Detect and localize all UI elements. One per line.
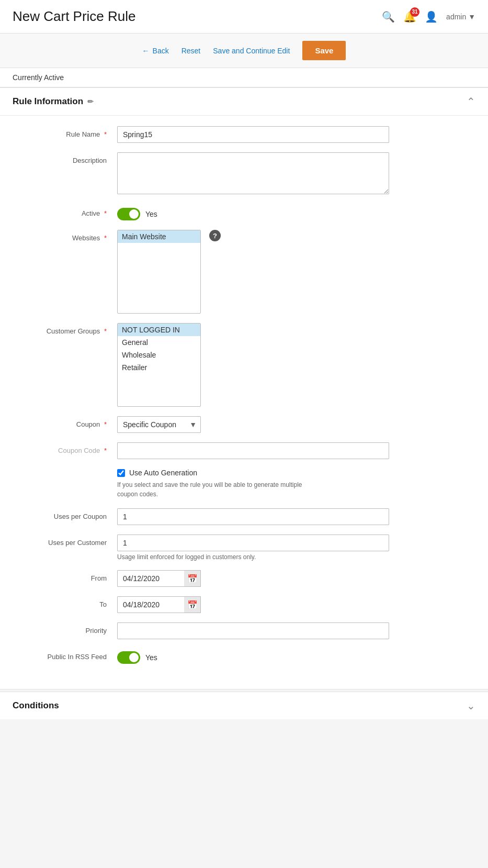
- section-title-rule-info: Rule Information ✏: [13, 96, 94, 107]
- uses-per-customer-label: Uses per Customer: [13, 535, 117, 547]
- description-field: [117, 152, 389, 196]
- group-option-general: General: [118, 336, 200, 349]
- rule-name-label: Rule Name *: [13, 126, 117, 138]
- auto-generation-row: Use Auto Generation If you select and sa…: [0, 469, 488, 499]
- page-header: New Cart Price Rule 🔍 🔔 31 👤 admin ▼: [0, 0, 488, 34]
- search-icon[interactable]: 🔍: [382, 10, 395, 23]
- to-calendar-icon[interactable]: 📅: [184, 596, 201, 613]
- customer-groups-select[interactable]: NOT LOGGED IN General Wholesale Retailer: [117, 323, 201, 407]
- uses-per-customer-input[interactable]: [117, 535, 389, 551]
- websites-required: *: [104, 234, 107, 242]
- notification-badge: 31: [410, 7, 419, 17]
- description-label: Description: [13, 152, 117, 164]
- websites-label: Websites *: [13, 230, 117, 242]
- rule-information-header[interactable]: Rule Information ✏ ⌃: [0, 88, 488, 116]
- priority-input[interactable]: [117, 622, 389, 639]
- description-row: Description: [0, 152, 488, 196]
- rule-information-section: Rule Information ✏ ⌃ Rule Name * Descrip…: [0, 87, 488, 689]
- coupon-code-field: [117, 442, 389, 459]
- save-button[interactable]: Save: [302, 41, 346, 60]
- customer-groups-row: Customer Groups * NOT LOGGED IN General …: [0, 323, 488, 407]
- coupon-row: Coupon * No Coupon Specific Coupon Auto …: [0, 416, 488, 433]
- group-option-retailer: Retailer: [118, 361, 200, 374]
- uses-per-coupon-label: Uses per Coupon: [13, 508, 117, 520]
- header-actions: 🔍 🔔 31 👤 admin ▼: [382, 10, 475, 23]
- public-rss-toggle-slider: [117, 651, 140, 664]
- priority-row: Priority: [0, 622, 488, 639]
- active-toggle-label: Yes: [145, 210, 157, 218]
- from-calendar-icon[interactable]: 📅: [184, 570, 201, 587]
- group-option-not-logged-in: NOT LOGGED IN: [118, 324, 200, 336]
- to-label: To: [13, 596, 117, 608]
- coupon-required: *: [104, 420, 107, 428]
- website-option-main: Main Website: [118, 230, 200, 243]
- active-required: *: [104, 209, 107, 217]
- rule-name-field: [117, 126, 389, 143]
- auto-generation-field: Use Auto Generation If you select and sa…: [117, 469, 389, 499]
- websites-select[interactable]: Main Website: [117, 230, 201, 314]
- user-icon: 👤: [425, 10, 438, 23]
- websites-row: Websites * Main Website ?: [0, 230, 488, 314]
- priority-field: [117, 622, 389, 639]
- coupon-code-input[interactable]: [117, 442, 389, 459]
- customer-groups-label: Customer Groups *: [13, 323, 117, 335]
- active-toggle-wrapper: Yes: [117, 205, 389, 220]
- active-toggle[interactable]: [117, 208, 140, 220]
- auto-generation-hint: If you select and save the rule you will…: [117, 480, 316, 499]
- active-toggle-slider: [117, 208, 140, 220]
- section-collapse-icon[interactable]: ⌃: [467, 95, 475, 108]
- save-continue-button[interactable]: Save and Continue Edit: [213, 47, 290, 55]
- coupon-code-label: Coupon Code *: [13, 442, 117, 454]
- edit-section-icon[interactable]: ✏: [87, 97, 94, 106]
- page-title: New Cart Price Rule: [13, 8, 136, 25]
- auto-generation-checkbox-wrapper: Use Auto Generation: [117, 469, 389, 477]
- active-field: Yes: [117, 205, 389, 220]
- websites-field: Main Website ?: [117, 230, 389, 314]
- conditions-collapse-icon[interactable]: ⌄: [467, 699, 475, 712]
- public-rss-row: Public In RSS Feed Yes: [0, 649, 488, 664]
- from-field: 📅: [117, 570, 389, 587]
- uses-per-customer-field: Usage limit enforced for logged in custo…: [117, 535, 389, 561]
- public-rss-field: Yes: [117, 649, 389, 664]
- auto-generation-spacer: [13, 469, 117, 473]
- conditions-header[interactable]: Conditions ⌄: [0, 692, 488, 719]
- customer-groups-field: NOT LOGGED IN General Wholesale Retailer: [117, 323, 389, 407]
- uses-per-customer-row: Uses per Customer Usage limit enforced f…: [0, 535, 488, 561]
- to-field: 📅: [117, 596, 389, 613]
- description-textarea[interactable]: [117, 152, 389, 194]
- customer-groups-required: *: [104, 327, 107, 335]
- priority-label: Priority: [13, 622, 117, 635]
- coupon-select[interactable]: No Coupon Specific Coupon Auto: [117, 416, 201, 433]
- public-rss-label: Public In RSS Feed: [13, 649, 117, 661]
- back-arrow-icon: ←: [142, 47, 150, 55]
- public-rss-toggle[interactable]: [117, 651, 140, 664]
- from-row: From 📅: [0, 570, 488, 587]
- status-label: Currently Active: [13, 73, 64, 82]
- rule-name-input[interactable]: [117, 126, 389, 143]
- conditions-title: Conditions: [13, 700, 59, 711]
- uses-per-coupon-input[interactable]: [117, 508, 389, 525]
- reset-button[interactable]: Reset: [181, 47, 201, 55]
- public-rss-toggle-wrapper: Yes: [117, 649, 389, 664]
- to-row: To 📅: [0, 596, 488, 613]
- back-button[interactable]: ← Back: [142, 47, 169, 55]
- websites-help-icon[interactable]: ?: [209, 230, 221, 241]
- rule-information-form: Rule Name * Description Active: [0, 116, 488, 689]
- status-bar: Currently Active: [0, 68, 488, 87]
- usage-note: Usage limit enforced for logged in custo…: [117, 553, 389, 561]
- rule-name-required: *: [104, 130, 107, 138]
- rule-name-row: Rule Name *: [0, 126, 488, 143]
- coupon-field: No Coupon Specific Coupon Auto ▼: [117, 416, 389, 433]
- active-label: Active *: [13, 205, 117, 217]
- active-row: Active * Yes: [0, 205, 488, 220]
- auto-generation-checkbox[interactable]: [117, 469, 125, 477]
- coupon-code-row: Coupon Code *: [0, 442, 488, 459]
- uses-per-coupon-row: Uses per Coupon: [0, 508, 488, 525]
- notification-bell[interactable]: 🔔 31: [403, 10, 416, 23]
- admin-menu[interactable]: admin ▼: [446, 13, 475, 21]
- main-content: Rule Information ✏ ⌃ Rule Name * Descrip…: [0, 87, 488, 740]
- public-rss-toggle-label: Yes: [145, 653, 157, 662]
- from-label: From: [13, 570, 117, 582]
- uses-per-coupon-field: [117, 508, 389, 525]
- coupon-select-wrapper: No Coupon Specific Coupon Auto ▼: [117, 416, 201, 433]
